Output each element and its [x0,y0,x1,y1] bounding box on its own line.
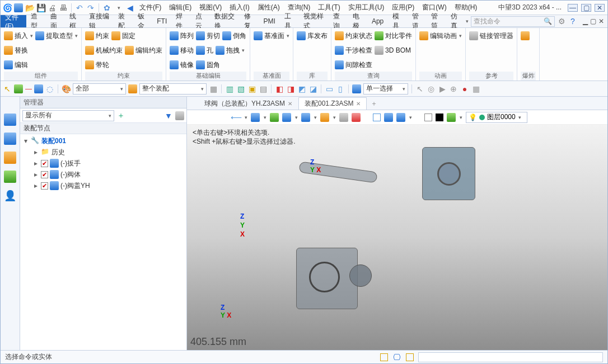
interference-button[interactable]: 干涉检查 [335,46,372,55]
vt-icon[interactable] [396,113,405,122]
vt-icon[interactable] [373,114,381,121]
menu-item[interactable]: 文件(F) [139,3,161,12]
mgr-cfg-icon[interactable] [175,111,184,120]
ribbon-tab[interactable]: 数据交换 [210,15,240,27]
inner-min-button[interactable]: ▁ [583,17,588,25]
ribbon-tab[interactable]: 造型 [26,15,45,27]
vt-icon[interactable] [339,113,348,122]
color-white-icon[interactable] [424,114,432,121]
ribbon-tab[interactable]: 文件(F) [1,15,26,27]
menu-item[interactable]: 属性(A) [258,3,280,12]
t5-icon[interactable]: ▤ [259,84,268,93]
status-input[interactable] [418,352,603,362]
gap-check-button[interactable]: 间隙检查 [335,60,372,70]
link-mgr-button[interactable]: 链接管理器 [469,31,513,41]
vt-icon[interactable] [251,113,260,122]
close-icon[interactable]: ✕ [356,101,361,107]
ribbon-tab[interactable]: 工具 [280,15,299,27]
mgr-add-icon[interactable]: ＋ [116,111,125,120]
inner-close-button[interactable]: ✕ [598,17,604,25]
t7-icon[interactable]: ◨ [286,84,295,93]
sb-icon[interactable]: 🖵 [392,353,401,362]
sb-icon[interactable] [380,353,388,361]
t2-icon[interactable]: ▥ [225,84,234,93]
menu-item[interactable]: 视图(V) [199,3,222,12]
mech-constraint-button[interactable]: 机械约束 [85,46,123,55]
fillet-button[interactable]: 圆角 [196,60,220,70]
color-black-icon[interactable] [436,114,443,121]
tree-item-history[interactable]: ▸📁历史 [22,146,184,158]
menu-item[interactable]: 应用(P) [392,3,414,12]
constraint-state-button[interactable]: 约束状态 [335,31,372,41]
tree-item-body[interactable]: ▸✔(-)阀体 [22,169,184,180]
replace-button[interactable]: 替换 [4,46,28,55]
ribbon-tab[interactable]: 模具 [388,15,407,27]
ribbon-tab[interactable]: 点云 [191,15,210,27]
doc-tab-2[interactable]: 装配001.Z3ASM✕ [298,97,367,110]
remove-icon[interactable]: — [25,85,32,93]
nav-left-icon[interactable]: ◀ [125,3,134,12]
gear-icon[interactable]: ✿ [102,3,111,12]
dock-icon-2[interactable] [4,133,16,145]
minimize-button[interactable]: — [568,4,578,12]
menu-item[interactable]: 窗口(W) [422,3,446,12]
add-icon[interactable] [14,84,23,93]
dock-icon-4[interactable] [4,171,16,183]
edit-anim-button[interactable]: 编辑动画▾ [419,31,462,41]
arrow2-icon[interactable]: ↖ [415,84,424,93]
command-search[interactable]: 查找命令🔍 [471,16,555,27]
ribbon-tab[interactable]: 仿真 [446,15,465,27]
vt-icon[interactable] [301,113,310,122]
dock-icon-1[interactable] [4,114,16,126]
settings-icon[interactable]: ⚙ [557,17,566,26]
drag-button[interactable]: 拖拽▾ [216,46,245,55]
new-icon[interactable] [14,3,23,12]
menu-item[interactable]: 插入(I) [230,3,249,12]
explode-button[interactable] [521,31,530,40]
ribbon-tab[interactable]: 修复 [240,15,259,27]
pattern-button[interactable]: 阵列 [170,31,194,41]
t14-icon[interactable]: ⊕ [449,84,458,93]
ribbon-tab[interactable]: 视觉样式 [299,15,329,27]
undo-icon[interactable]: ↶ [75,3,84,12]
extract-shape-button[interactable]: 提取造型▾ [35,31,78,41]
filter-icon[interactable]: ▼ [164,111,173,120]
ribbon-tab[interactable]: 查询 [329,15,348,27]
t12-icon[interactable] [352,84,361,93]
t10-icon[interactable]: ▭ [325,84,334,93]
maximize-button[interactable]: ▢ [581,4,591,12]
sel1-icon[interactable] [34,84,43,93]
palette-icon[interactable]: 🎨 [62,84,71,93]
t3-icon[interactable]: ▧ [236,84,245,93]
menu-item[interactable]: 查询(N) [288,3,311,12]
lib-publish-button[interactable]: 库发布 [297,31,328,41]
cut-button[interactable]: 剪切 [196,31,220,41]
constraint-button[interactable]: 约束 [85,31,109,41]
vt-icon[interactable] [352,113,361,122]
t8-icon[interactable]: ◩ [297,84,306,93]
tree-root[interactable]: ▾🔧装配001 [22,135,184,146]
cursor-icon[interactable]: ↖ [3,84,12,93]
ribbon-tab[interactable]: 钣金 [133,15,152,27]
vt-icon[interactable] [447,113,456,122]
t4-icon[interactable]: ▣ [247,84,256,93]
ribbon-tab[interactable]: App [367,15,388,27]
qat-dropdown-icon[interactable]: ▾ [114,3,123,12]
compare-part-button[interactable]: 对比零件 [375,31,412,41]
dock-icon-3[interactable] [4,152,16,164]
t6-icon[interactable]: ◧ [275,84,284,93]
print2-icon[interactable]: 🖶 [59,3,68,12]
close-button[interactable]: ✕ [595,4,605,12]
scope-combo[interactable]: 整个装配▾ [139,83,207,94]
ribbon-tab[interactable]: 管道 [408,15,427,27]
tabbar-dropdown-icon[interactable]: ▾ [466,18,469,24]
selmode-combo[interactable]: 单一选择▾ [363,83,408,94]
ribbon-tab[interactable]: 直接编辑 [85,15,114,27]
save-icon[interactable]: 💾 [36,3,45,12]
sb-icon[interactable] [406,353,414,361]
ribbon-tab[interactable]: 曲面 [46,15,65,27]
bom-button[interactable]: 3D BOM [375,46,411,55]
rec-icon[interactable]: ● [460,84,469,93]
t9-icon[interactable]: ◪ [308,84,317,93]
filter-combo[interactable]: 全部▾ [73,83,126,94]
